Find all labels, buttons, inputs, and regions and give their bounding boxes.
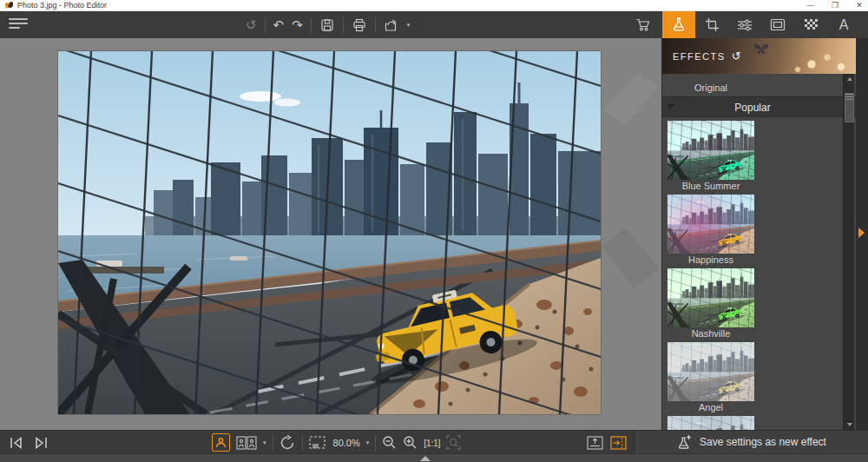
photo-editor-window: Photo 3.jpg - Photo Editor — ❐ ✕ ↺ ↶ ↷ (0, 0, 868, 462)
effect-nashville[interactable]: Nashville (667, 268, 754, 340)
scroll-up-icon[interactable] (844, 74, 855, 84)
window-title: Photo 3.jpg - Photo Editor (17, 1, 107, 10)
fit-to-screen-icon[interactable] (309, 433, 326, 452)
redo-button[interactable]: ↷ (292, 11, 303, 38)
save-settings-button[interactable]: Save settings as new effect (634, 430, 868, 453)
expand-strip-handle-icon[interactable] (420, 456, 431, 461)
canvas-area (0, 38, 661, 430)
undo-button[interactable]: ↶ (273, 11, 285, 38)
toggle-right-panel-button[interactable] (610, 433, 627, 452)
compare-view-button[interactable] (236, 433, 257, 452)
bottom-edge-strip (0, 453, 868, 462)
effect-blue-summer[interactable]: Blue Summer (667, 121, 754, 193)
tab-frames[interactable] (761, 11, 794, 38)
panel-edge-strip (856, 38, 868, 430)
zoom-caret-icon[interactable]: ▾ (366, 439, 370, 446)
effect-label: Blue Summer (667, 180, 754, 193)
effects-panel: EFFECTS ↺ Original Popular Blue Summer H… (661, 38, 856, 430)
zoom-level-value[interactable]: 80.0% (333, 438, 360, 448)
watermark-chevron-dark (602, 221, 660, 307)
rotate-button[interactable] (279, 433, 296, 452)
effect-label: Angel (667, 401, 754, 414)
tab-adjust[interactable] (728, 11, 761, 38)
previous-photo-button[interactable] (9, 433, 24, 452)
minimize-button[interactable]: — (806, 0, 816, 11)
maximize-button[interactable]: ❐ (830, 0, 840, 11)
menu-button[interactable] (9, 18, 28, 31)
tab-effects[interactable] (662, 11, 695, 38)
effects-panel-title: EFFECTS (673, 51, 726, 62)
panel-collapse-arrow-icon[interactable] (858, 228, 865, 238)
top-toolbar: ↺ ↶ ↷ (0, 11, 868, 38)
export-button[interactable] (384, 17, 399, 33)
tab-textures[interactable] (794, 11, 827, 38)
section-popular-title: Popular (662, 97, 843, 118)
effect-original-thumb[interactable] (667, 74, 754, 82)
bottom-toolbar: ▾ 80.0% ▾ (0, 430, 634, 453)
zoom-out-button[interactable] (382, 433, 397, 452)
original-label: Original (667, 82, 754, 93)
photo-canvas[interactable] (58, 51, 601, 414)
zoom-region-button[interactable] (446, 433, 461, 452)
tab-crop[interactable] (695, 11, 728, 38)
save-settings-label: Save settings as new effect (700, 436, 826, 448)
watermark-chevron-light (602, 73, 660, 135)
effect-angel[interactable]: Angel (667, 342, 754, 414)
save-button[interactable] (319, 17, 335, 33)
butterfly-icon (753, 42, 770, 56)
revert-button[interactable]: ↺ (246, 11, 257, 38)
reset-effects-icon[interactable]: ↺ (732, 50, 741, 63)
zoom-in-button[interactable] (403, 433, 418, 452)
close-button[interactable]: ✕ (854, 0, 865, 11)
effects-grid: Blue Summer Happiness Nashville Angel Bl… (662, 117, 843, 430)
scrollbar-thumb[interactable] (845, 93, 854, 122)
store-cart-button[interactable] (630, 17, 656, 32)
collapse-triangle-icon (668, 104, 674, 110)
effect-blue-wash[interactable]: Blue Wash (667, 416, 754, 430)
effects-scrollbar[interactable] (843, 74, 854, 430)
scroll-down-icon[interactable] (844, 419, 855, 430)
effect-happiness[interactable]: Happiness (667, 195, 754, 267)
single-view-button[interactable] (212, 433, 230, 452)
print-button[interactable] (352, 17, 367, 33)
effect-label: Happiness (667, 254, 754, 267)
compare-caret-icon[interactable]: ▾ (263, 439, 266, 446)
titlebar: Photo 3.jpg - Photo Editor — ❐ ✕ (0, 0, 868, 11)
section-popular[interactable]: Popular (662, 96, 857, 117)
effect-label: Nashville (667, 327, 754, 340)
export-caret-icon[interactable]: ▾ (407, 22, 411, 29)
actual-size-button[interactable]: [1:1] (424, 438, 440, 448)
toggle-bottom-panel-button[interactable] (587, 433, 603, 452)
next-photo-button[interactable] (33, 433, 49, 452)
tab-text[interactable]: A (827, 11, 860, 38)
original-row: Original (662, 74, 857, 96)
effects-banner: EFFECTS ↺ (662, 38, 857, 74)
flask-plus-icon (676, 434, 693, 451)
app-logo-icon (5, 2, 13, 9)
